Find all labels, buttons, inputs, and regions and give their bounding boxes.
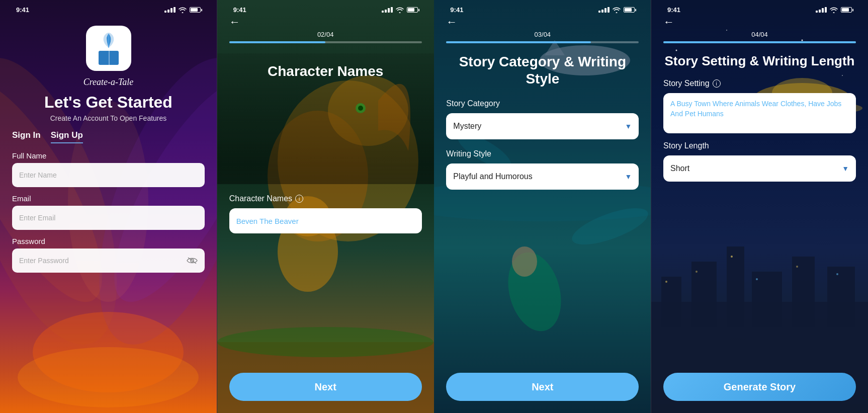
password-toggle-icon[interactable]: [187, 257, 198, 265]
tab-signup[interactable]: Sign Up: [51, 130, 83, 143]
style-label: Writing Style: [446, 149, 639, 158]
battery-icon-4: [841, 7, 852, 13]
status-icons-4: [816, 7, 852, 13]
screen1-content: 9:41: [0, 0, 217, 413]
next-button-2[interactable]: Next: [229, 373, 422, 401]
category-value: Mystery: [453, 122, 481, 131]
status-bar-3: 9:41: [446, 0, 639, 16]
category-dropdown[interactable]: Mystery ▼: [446, 113, 639, 139]
status-time-1: 9:41: [16, 6, 29, 14]
setting-input[interactable]: A Busy Town Where Animals Wear Clothes, …: [663, 93, 856, 133]
fullname-placeholder: Enter Name: [19, 171, 57, 179]
progress-label-4: 04/04: [663, 31, 856, 38]
style-dropdown[interactable]: Playful and Humorous ▼: [446, 163, 639, 190]
back-button-2[interactable]: ←: [229, 16, 422, 29]
status-icons-3: [598, 7, 635, 13]
length-label: Story Length: [663, 141, 856, 150]
hero-subtitle: Create An Account To Open Features: [12, 114, 205, 122]
status-time-3: 9:41: [450, 6, 463, 14]
category-chevron: ▼: [625, 122, 632, 130]
screen2-phone: 9:41 ← 02/04: [217, 0, 434, 413]
length-dropdown[interactable]: Short ▼: [663, 155, 856, 182]
status-icons-2: [382, 7, 418, 13]
signal-icon: [164, 7, 176, 13]
progress-label-3: 03/04: [446, 31, 639, 38]
signal-icon-2: [382, 7, 393, 13]
style-value: Playful and Humorous: [453, 172, 532, 181]
screen3-title: Story Category & Writing Style: [446, 53, 639, 87]
progress-bar-2: [229, 41, 422, 43]
fullname-label: Full Name: [12, 151, 205, 160]
progress-fill-2: [229, 41, 326, 43]
password-input[interactable]: Enter Password: [12, 249, 205, 273]
screen1-phone: 9:41: [0, 0, 217, 413]
battery-icon-3: [624, 7, 635, 13]
password-label: Password: [12, 237, 205, 245]
status-time-4: 9:41: [667, 6, 680, 14]
status-icons-1: [164, 7, 201, 13]
tab-signin[interactable]: Sign In: [12, 130, 41, 143]
back-button-4[interactable]: ←: [663, 16, 856, 29]
setting-label: Story Setting i: [663, 79, 856, 88]
password-placeholder: Enter Password: [19, 257, 187, 265]
auth-tabs: Sign In Sign Up: [12, 130, 205, 143]
progress-fill-3: [446, 41, 590, 43]
eye-icon: [187, 257, 198, 265]
next-button-3[interactable]: Next: [446, 373, 639, 401]
info-icon-2[interactable]: i: [295, 195, 303, 203]
email-input[interactable]: Enter Email: [12, 206, 205, 230]
screen2-content: 9:41 ← 02/04: [217, 0, 434, 413]
screen3-content: 9:41 ← 03/04: [434, 0, 651, 413]
battery-icon-2: [407, 7, 418, 13]
signal-icon-4: [816, 7, 827, 13]
app-logo: [86, 26, 131, 71]
progress-label-2: 02/04: [229, 31, 422, 38]
wifi-icon: [179, 7, 187, 13]
char-names-input[interactable]: Beven The Beaver: [229, 208, 422, 233]
length-chevron: ▼: [842, 164, 849, 173]
email-label: Email: [12, 194, 205, 203]
email-placeholder: Enter Email: [19, 214, 55, 222]
signal-icon-3: [598, 7, 610, 13]
wifi-icon-2: [396, 7, 404, 13]
progress-bar-4: [663, 41, 856, 43]
category-label: Story Category: [446, 99, 639, 108]
book-icon: [99, 51, 119, 65]
char-names-label: Character Names i: [229, 194, 422, 203]
screen2-illustration-area: Character Names: [217, 53, 434, 184]
generate-story-button[interactable]: Generate Story: [663, 373, 856, 401]
status-bar-2: 9:41: [229, 0, 422, 16]
battery-icon: [190, 7, 201, 13]
app-name: Create-a-Tale: [12, 77, 205, 88]
length-value: Short: [670, 164, 689, 173]
status-bar-1: 9:41: [12, 0, 205, 16]
back-button-3[interactable]: ←: [446, 16, 639, 29]
feather-icon: [101, 32, 117, 50]
screen4-phone: 9:41 ← 04/04: [651, 0, 868, 413]
progress-fill-4: [663, 41, 856, 43]
status-time-2: 9:41: [233, 6, 246, 14]
fullname-input[interactable]: Enter Name: [12, 163, 205, 187]
wifi-icon-3: [613, 7, 621, 13]
wifi-icon-4: [830, 7, 838, 13]
screen2-title: Character Names: [217, 63, 434, 79]
info-icon-4[interactable]: i: [713, 79, 721, 88]
status-bar-4: 9:41: [663, 0, 856, 16]
hero-title: Let's Get Started: [12, 94, 205, 111]
screen3-phone: 9:41 ← 03/04: [434, 0, 651, 413]
progress-bar-3: [446, 41, 639, 43]
screen4-content: 9:41 ← 04/04: [651, 0, 868, 413]
style-chevron: ▼: [625, 173, 632, 181]
screen4-title: Story Setting & Writing Length: [663, 53, 856, 69]
